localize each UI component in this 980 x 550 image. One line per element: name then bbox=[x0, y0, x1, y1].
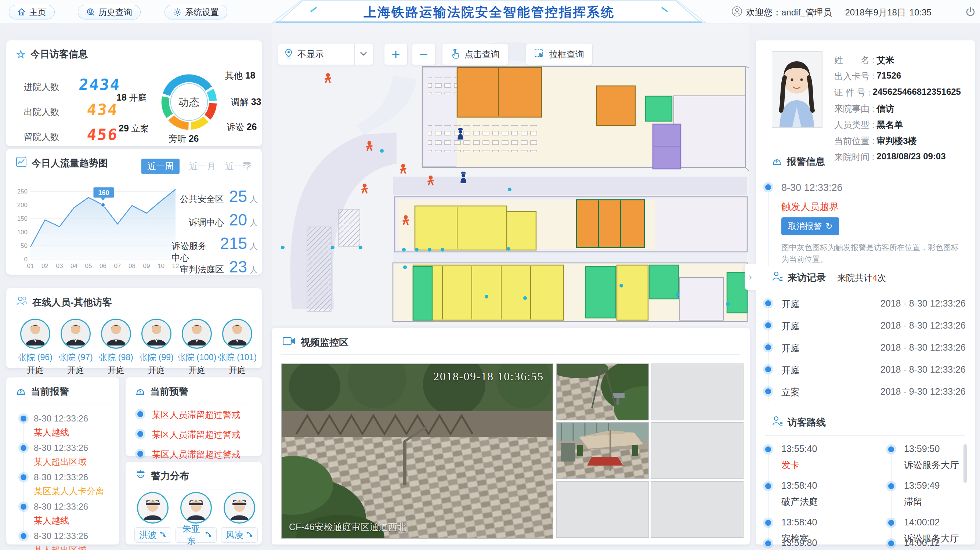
stat-in: 进院人数 2434 bbox=[24, 76, 121, 94]
video-slot-empty[interactable] bbox=[556, 481, 649, 538]
field-reason: 來院事由 :信访 bbox=[834, 103, 894, 114]
traffic-line-chart[interactable]: 0501001502002500102030405060708091012160 bbox=[13, 183, 180, 272]
tab-last-quarter[interactable]: 近一季 bbox=[225, 161, 251, 172]
stat-in-value: 2434 bbox=[78, 76, 121, 94]
current-date: 2018年9月18日 bbox=[845, 6, 905, 18]
hand-click-icon bbox=[450, 48, 460, 60]
tab-last-month[interactable]: 近一月 bbox=[189, 161, 216, 172]
people-icon bbox=[16, 296, 27, 309]
video-caption: CF-46安检通庭审区通道西北 bbox=[289, 521, 406, 533]
police-title: 警力分布 bbox=[151, 470, 189, 482]
power-button[interactable] bbox=[965, 6, 976, 19]
officer[interactable]: 洪波 bbox=[132, 492, 173, 543]
online-person[interactable]: 张院 (100)开庭 bbox=[176, 319, 217, 376]
zoom-out-button[interactable]: − bbox=[412, 44, 436, 65]
svg-text:06: 06 bbox=[100, 262, 107, 270]
route-header: 访客路线 bbox=[772, 416, 826, 429]
video-timestamp: 2018-09-18 10:36:55 bbox=[433, 370, 544, 383]
stat-stay: 留院人数 456 bbox=[24, 126, 118, 143]
box-select-icon bbox=[534, 48, 544, 60]
video-feed-3[interactable] bbox=[556, 422, 649, 479]
trend-card: 今日人流量趋势图 近一周 近一月 近一季 0501001502002500102… bbox=[6, 149, 262, 275]
area-row-public: 公共安全区25人 bbox=[172, 187, 258, 206]
online-title: 在线人员-其他访客 bbox=[32, 296, 112, 309]
donut-label-tiaojie: 调解 33 bbox=[231, 96, 261, 108]
svg-text:07: 07 bbox=[114, 262, 121, 270]
video-feed-2[interactable] bbox=[556, 364, 649, 420]
current-warning-card: 当前预警 某区人员滞留超过警戒 某区人员滞留超过警戒 某区人员滞留超过警戒 bbox=[126, 377, 262, 456]
home-icon bbox=[17, 8, 26, 16]
online-person[interactable]: 张院 (96)开庭 bbox=[15, 319, 56, 376]
video-slot-empty[interactable] bbox=[651, 364, 743, 420]
warning-item: 某区人员滞留超过警戒 bbox=[152, 409, 240, 421]
user-icon bbox=[732, 6, 743, 19]
donut-label-qita: 其他 18 bbox=[225, 70, 255, 81]
officer-call-chip[interactable]: 朱亚东 bbox=[175, 527, 216, 543]
officer[interactable]: 风凌 bbox=[219, 492, 260, 543]
svg-text:02: 02 bbox=[41, 262, 48, 270]
trend-title: 今日人流量趋势图 bbox=[32, 157, 108, 170]
field-type: 人员类型 :黑名单 bbox=[834, 119, 903, 131]
alarm-info-note: 图中灰色图标为触发报警是访客所在位置，彩色图标为当前位置。 bbox=[781, 242, 961, 265]
field-name: 姓 名 :艾米 bbox=[834, 54, 894, 66]
svg-text:150: 150 bbox=[17, 215, 27, 222]
gear-icon bbox=[173, 8, 182, 16]
online-person[interactable]: 张院 (99)开庭 bbox=[136, 319, 177, 376]
officer[interactable]: 朱亚东 bbox=[175, 492, 216, 543]
nav-settings-button[interactable]: 系统设置 bbox=[164, 5, 227, 19]
video-slot-empty[interactable] bbox=[651, 481, 743, 538]
field-card: 出入卡号 :71526 bbox=[834, 70, 901, 82]
alarm-title: 当前报警 bbox=[31, 385, 69, 398]
officer-call-chip[interactable]: 洪波 bbox=[134, 527, 171, 543]
alarm-info-time: 8-30 12:33:26 bbox=[781, 182, 843, 194]
officer-call-chip[interactable]: 风凌 bbox=[221, 527, 258, 543]
area-row-court: 审判法庭区23人 bbox=[172, 258, 258, 276]
siren-icon bbox=[135, 385, 145, 398]
visit-count: 来院共计4次 bbox=[837, 272, 886, 284]
zoom-in-button[interactable]: + bbox=[384, 44, 407, 65]
box-query-label: 拉框查询 bbox=[549, 48, 584, 60]
siren-icon bbox=[16, 385, 26, 398]
current-time: 10:35 bbox=[910, 7, 932, 17]
donut-label-kaiting: 18 开庭 bbox=[116, 92, 146, 103]
chevron-down-icon bbox=[360, 51, 367, 58]
title-banner: 上海铁路运输法院安全智能管控指挥系统 bbox=[272, 0, 706, 24]
floor-plan-map[interactable] bbox=[272, 24, 749, 325]
tab-last-week[interactable]: 近一周 bbox=[142, 159, 180, 174]
nav-settings-label: 系统设置 bbox=[185, 6, 219, 18]
online-person[interactable]: 张院 (101)开庭 bbox=[216, 319, 258, 376]
welcome-text: 欢迎您：andif_管理员 bbox=[746, 6, 832, 18]
warning-item: 某区人员滞留超过警戒 bbox=[152, 449, 240, 460]
donut-label-susong: 诉讼 26 bbox=[227, 121, 257, 133]
nav-history-label: 历史查询 bbox=[99, 6, 132, 18]
svg-text:08: 08 bbox=[129, 262, 135, 270]
online-person[interactable]: 张院 (98)开庭 bbox=[95, 319, 137, 376]
nav-home-label: 主页 bbox=[29, 6, 46, 18]
stat-out-value: 434 bbox=[86, 100, 119, 119]
cancel-alarm-button[interactable]: 取消报警↻ bbox=[781, 217, 839, 235]
online-person[interactable]: 张院 (97)开庭 bbox=[55, 319, 96, 376]
field-arrival: 来院时间 :2018/08/23 09:03 bbox=[834, 151, 946, 163]
svg-text:03: 03 bbox=[56, 262, 63, 270]
page-title: 上海铁路运输法院安全智能管控指挥系统 bbox=[272, 4, 706, 21]
svg-text:200: 200 bbox=[17, 202, 27, 208]
video-slot-empty[interactable] bbox=[651, 422, 743, 479]
map-layer-dropdown[interactable]: 不显示 bbox=[278, 44, 374, 65]
click-query-button[interactable]: 点击查询 bbox=[442, 44, 508, 65]
video-feed-main[interactable]: 2018-09-18 10:36:55 CF-46安检通庭审区通道西北 bbox=[281, 364, 553, 539]
line-chart-icon bbox=[16, 156, 27, 170]
route-scrollbar[interactable] bbox=[964, 444, 967, 483]
refresh-icon: ↻ bbox=[826, 221, 832, 231]
phone-icon bbox=[247, 530, 253, 540]
visitor-donut-chart[interactable]: 动态 bbox=[156, 69, 222, 135]
warning-item: 某区人员滞留超过警戒 bbox=[152, 429, 240, 440]
panel-collapse-handle[interactable]: › bbox=[745, 264, 756, 290]
alarm-info-header: 报警信息 bbox=[772, 155, 825, 168]
box-query-button[interactable]: 拉框查询 bbox=[526, 44, 593, 65]
person-route-icon bbox=[772, 416, 783, 429]
field-location: 当前位置 :审判楼3楼 bbox=[834, 135, 917, 147]
avatar bbox=[20, 319, 50, 349]
nav-home-button[interactable]: 主页 bbox=[9, 5, 55, 19]
svg-text:0: 0 bbox=[24, 256, 27, 263]
nav-history-button[interactable]: Q 历史查询 bbox=[78, 5, 141, 19]
